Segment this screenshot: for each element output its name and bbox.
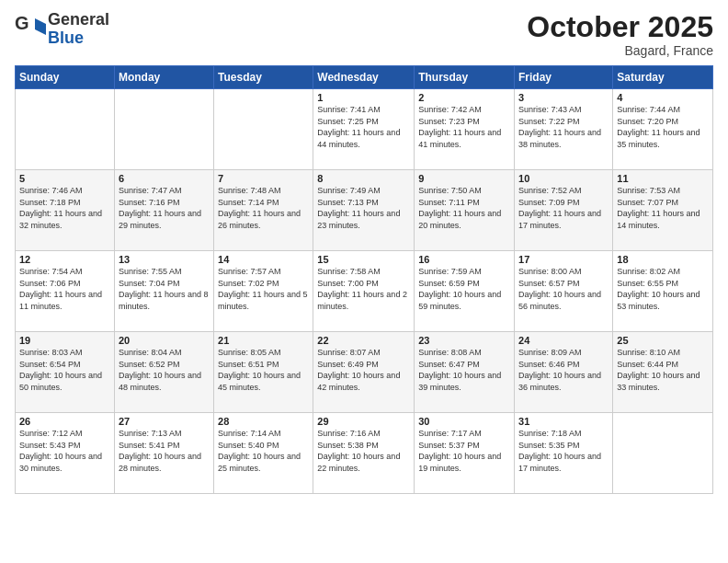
day-info: Sunrise: 7:17 AM Sunset: 5:37 PM Dayligh… xyxy=(418,428,510,474)
day-number: 30 xyxy=(418,416,510,427)
day-number: 9 xyxy=(418,173,510,184)
day-number: 25 xyxy=(617,335,709,346)
day-number: 18 xyxy=(617,254,709,265)
table-row: 6Sunrise: 7:47 AM Sunset: 7:16 PM Daylig… xyxy=(114,170,213,251)
table-row: 23Sunrise: 8:08 AM Sunset: 6:47 PM Dayli… xyxy=(415,332,515,413)
table-row: 8Sunrise: 7:49 AM Sunset: 7:13 PM Daylig… xyxy=(313,170,415,251)
day-info: Sunrise: 7:47 AM Sunset: 7:16 PM Dayligh… xyxy=(119,185,210,231)
day-number: 23 xyxy=(418,335,510,346)
day-number: 29 xyxy=(317,416,410,427)
day-info: Sunrise: 7:12 AM Sunset: 5:43 PM Dayligh… xyxy=(19,428,110,474)
calendar-week-3: 19Sunrise: 8:03 AM Sunset: 6:54 PM Dayli… xyxy=(16,332,713,413)
day-info: Sunrise: 8:05 AM Sunset: 6:51 PM Dayligh… xyxy=(218,347,309,393)
day-number: 11 xyxy=(617,173,709,184)
table-row: 3Sunrise: 7:43 AM Sunset: 7:22 PM Daylig… xyxy=(515,89,613,170)
day-number: 2 xyxy=(418,92,510,103)
table-row: 29Sunrise: 7:16 AM Sunset: 5:38 PM Dayli… xyxy=(313,413,415,494)
day-info: Sunrise: 7:49 AM Sunset: 7:13 PM Dayligh… xyxy=(317,185,410,231)
day-number: 8 xyxy=(317,173,410,184)
location: Bagard, France xyxy=(527,43,713,58)
table-row xyxy=(16,89,115,170)
day-info: Sunrise: 7:59 AM Sunset: 6:59 PM Dayligh… xyxy=(418,266,510,312)
col-tuesday: Tuesday xyxy=(214,66,313,89)
day-info: Sunrise: 8:07 AM Sunset: 6:49 PM Dayligh… xyxy=(317,347,410,393)
day-info: Sunrise: 7:57 AM Sunset: 7:02 PM Dayligh… xyxy=(218,266,309,312)
table-row: 1Sunrise: 7:41 AM Sunset: 7:25 PM Daylig… xyxy=(313,89,415,170)
day-number: 16 xyxy=(418,254,510,265)
table-row: 20Sunrise: 8:04 AM Sunset: 6:52 PM Dayli… xyxy=(114,332,213,413)
day-number: 7 xyxy=(218,173,309,184)
day-info: Sunrise: 7:52 AM Sunset: 7:09 PM Dayligh… xyxy=(518,185,609,231)
day-number: 28 xyxy=(218,416,309,427)
day-number: 5 xyxy=(19,173,110,184)
calendar-week-4: 26Sunrise: 7:12 AM Sunset: 5:43 PM Dayli… xyxy=(16,413,713,494)
day-info: Sunrise: 7:53 AM Sunset: 7:07 PM Dayligh… xyxy=(617,185,709,231)
calendar-week-1: 5Sunrise: 7:46 AM Sunset: 7:18 PM Daylig… xyxy=(16,170,713,251)
day-info: Sunrise: 7:42 AM Sunset: 7:23 PM Dayligh… xyxy=(418,104,510,150)
calendar-week-2: 12Sunrise: 7:54 AM Sunset: 7:06 PM Dayli… xyxy=(16,251,713,332)
table-row: 13Sunrise: 7:55 AM Sunset: 7:04 PM Dayli… xyxy=(114,251,213,332)
table-row: 7Sunrise: 7:48 AM Sunset: 7:14 PM Daylig… xyxy=(214,170,313,251)
table-row: 21Sunrise: 8:05 AM Sunset: 6:51 PM Dayli… xyxy=(214,332,313,413)
day-number: 19 xyxy=(19,335,110,346)
day-info: Sunrise: 7:14 AM Sunset: 5:40 PM Dayligh… xyxy=(218,428,309,474)
day-info: Sunrise: 8:10 AM Sunset: 6:44 PM Dayligh… xyxy=(617,347,709,393)
table-row: 22Sunrise: 8:07 AM Sunset: 6:49 PM Dayli… xyxy=(313,332,415,413)
table-row: 28Sunrise: 7:14 AM Sunset: 5:40 PM Dayli… xyxy=(214,413,313,494)
svg-text:G: G xyxy=(15,13,29,33)
day-info: Sunrise: 7:43 AM Sunset: 7:22 PM Dayligh… xyxy=(518,104,609,150)
day-info: Sunrise: 7:58 AM Sunset: 7:00 PM Dayligh… xyxy=(317,266,410,312)
logo-icon: G xyxy=(15,11,48,48)
header: G General Blue October 2025 Bagard, Fran… xyxy=(15,11,713,58)
col-wednesday: Wednesday xyxy=(313,66,415,89)
logo-general: General xyxy=(48,11,109,29)
day-number: 10 xyxy=(518,173,609,184)
logo-blue: Blue xyxy=(48,29,109,48)
col-sunday: Sunday xyxy=(16,66,115,89)
day-number: 14 xyxy=(218,254,309,265)
table-row: 11Sunrise: 7:53 AM Sunset: 7:07 PM Dayli… xyxy=(613,170,713,251)
table-row: 9Sunrise: 7:50 AM Sunset: 7:11 PM Daylig… xyxy=(415,170,515,251)
col-friday: Friday xyxy=(515,66,613,89)
day-info: Sunrise: 8:09 AM Sunset: 6:46 PM Dayligh… xyxy=(518,347,609,393)
table-row xyxy=(114,89,213,170)
table-row: 15Sunrise: 7:58 AM Sunset: 7:00 PM Dayli… xyxy=(313,251,415,332)
table-row: 17Sunrise: 8:00 AM Sunset: 6:57 PM Dayli… xyxy=(515,251,613,332)
day-number: 3 xyxy=(518,92,609,103)
day-number: 15 xyxy=(317,254,410,265)
day-number: 1 xyxy=(317,92,410,103)
table-row: 5Sunrise: 7:46 AM Sunset: 7:18 PM Daylig… xyxy=(16,170,115,251)
day-number: 6 xyxy=(119,173,210,184)
table-row: 10Sunrise: 7:52 AM Sunset: 7:09 PM Dayli… xyxy=(515,170,613,251)
day-info: Sunrise: 7:41 AM Sunset: 7:25 PM Dayligh… xyxy=(317,104,410,150)
month-title: October 2025 xyxy=(527,11,713,43)
day-number: 4 xyxy=(617,92,709,103)
table-row: 27Sunrise: 7:13 AM Sunset: 5:41 PM Dayli… xyxy=(114,413,213,494)
table-row: 25Sunrise: 8:10 AM Sunset: 6:44 PM Dayli… xyxy=(613,332,713,413)
day-number: 27 xyxy=(119,416,210,427)
table-row: 16Sunrise: 7:59 AM Sunset: 6:59 PM Dayli… xyxy=(415,251,515,332)
table-row xyxy=(214,89,313,170)
table-row: 2Sunrise: 7:42 AM Sunset: 7:23 PM Daylig… xyxy=(415,89,515,170)
title-area: October 2025 Bagard, France xyxy=(527,11,713,58)
table-row: 12Sunrise: 7:54 AM Sunset: 7:06 PM Dayli… xyxy=(16,251,115,332)
table-row xyxy=(613,413,713,494)
day-info: Sunrise: 7:54 AM Sunset: 7:06 PM Dayligh… xyxy=(19,266,110,312)
day-info: Sunrise: 8:03 AM Sunset: 6:54 PM Dayligh… xyxy=(19,347,110,393)
logo: G General Blue xyxy=(15,11,109,48)
table-row: 19Sunrise: 8:03 AM Sunset: 6:54 PM Dayli… xyxy=(16,332,115,413)
day-info: Sunrise: 7:44 AM Sunset: 7:20 PM Dayligh… xyxy=(617,104,709,150)
logo-text: General Blue xyxy=(48,11,109,48)
calendar-week-0: 1Sunrise: 7:41 AM Sunset: 7:25 PM Daylig… xyxy=(16,89,713,170)
svg-marker-1 xyxy=(35,18,46,35)
day-number: 12 xyxy=(19,254,110,265)
day-number: 21 xyxy=(218,335,309,346)
table-row: 31Sunrise: 7:18 AM Sunset: 5:35 PM Dayli… xyxy=(515,413,613,494)
day-info: Sunrise: 8:02 AM Sunset: 6:55 PM Dayligh… xyxy=(617,266,709,312)
day-info: Sunrise: 7:18 AM Sunset: 5:35 PM Dayligh… xyxy=(518,428,609,474)
col-monday: Monday xyxy=(114,66,213,89)
calendar: Sunday Monday Tuesday Wednesday Thursday… xyxy=(15,65,713,494)
day-info: Sunrise: 7:50 AM Sunset: 7:11 PM Dayligh… xyxy=(418,185,510,231)
day-number: 17 xyxy=(518,254,609,265)
day-info: Sunrise: 7:55 AM Sunset: 7:04 PM Dayligh… xyxy=(119,266,210,312)
